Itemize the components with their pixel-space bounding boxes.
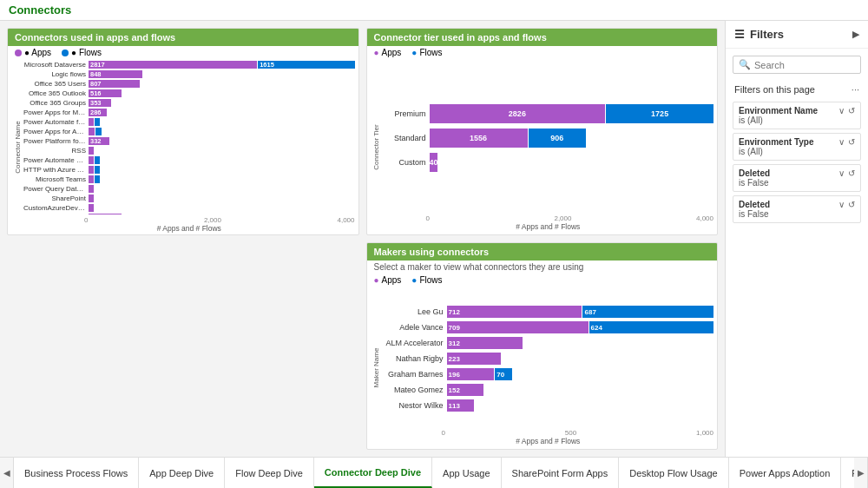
- maker-row: Mateo Gomez152: [383, 384, 714, 396]
- app-bar: [89, 166, 94, 174]
- filter-name: Environment Type: [739, 137, 814, 147]
- maker-app-bar: 712: [447, 306, 582, 318]
- connector-name-label: CustomAzureDevOps: [23, 204, 86, 212]
- maker-app-bar: 312: [447, 337, 523, 349]
- filter-name: Environment Name: [739, 106, 818, 115]
- tier-x-axis-label: # Apps and # Flows: [383, 222, 714, 231]
- connector-name-label: Office 365 Outlook: [23, 89, 86, 97]
- app-bar: 527: [89, 214, 122, 214]
- maker-row: Nestor Wilke113: [383, 399, 714, 412]
- app-bar: 332: [89, 137, 109, 145]
- tab-business-process-flows[interactable]: Business Process Flows: [14, 458, 139, 488]
- filter-clear-icon[interactable]: ↺: [848, 106, 855, 115]
- connector-bar-row: Office 365 Groups353: [23, 99, 355, 107]
- tier-app-bar: 2826: [430, 104, 606, 123]
- connector-tier-body: Connector Tier Premium28261725Standard15…: [367, 59, 718, 234]
- connectors-y-axis-label: Connector Name: [14, 121, 22, 173]
- connector-name-label: Power Apps for Makers: [23, 109, 86, 116]
- tier-flow-bar: 1725: [606, 104, 713, 123]
- filter-item[interactable]: Environment Name ∨ ↺ is (All): [733, 102, 861, 129]
- tab-app-deep-dive[interactable]: App Deep Dive: [139, 458, 225, 488]
- connector-bar-row: Microsoft Dataverse28171615: [23, 61, 355, 69]
- filter-expand-icon[interactable]: ∨: [838, 106, 845, 115]
- filters-expand-icon[interactable]: ▶: [852, 29, 859, 40]
- maker-name-label: Lee Gu: [383, 307, 444, 316]
- filter-expand-icon[interactable]: ∨: [838, 168, 845, 178]
- maker-name-label: Adele Vance: [383, 323, 444, 332]
- makers-body: Maker Name Lee Gu712687Adele Vance709624…: [367, 287, 718, 449]
- makers-y-axis-label: Maker Name: [372, 348, 380, 388]
- connector-bar-container: [89, 147, 355, 155]
- filter-item[interactable]: Deleted ∨ ↺ is False: [733, 164, 861, 192]
- maker-bar-container: 223: [447, 353, 714, 365]
- connector-name-label: Office 365 Users: [23, 80, 86, 88]
- tier-row: Standard1556906: [383, 129, 714, 148]
- connector-bar-row: Power Platform for Admins332: [23, 137, 355, 145]
- filters-more-icon[interactable]: ···: [852, 84, 859, 95]
- legend-flows: ● Flows: [62, 48, 102, 57]
- filters-panel: ☰ Filters ▶ 🔍 Filters on this page ··· E…: [725, 21, 868, 457]
- maker-row: Adele Vance709624: [383, 321, 714, 333]
- makers-chart: Makers using connectors Select a maker t…: [366, 242, 719, 450]
- main-content: Connectors used in apps and flows ● Apps…: [0, 21, 868, 457]
- flow-bar: [95, 166, 100, 174]
- connector-tier-title: Connector tier used in apps and flows: [367, 29, 718, 46]
- tab-app-usage[interactable]: App Usage: [432, 458, 501, 488]
- tier-bar-chart: Premium28261725Standard1556906Custom40: [383, 63, 714, 213]
- connector-bar-row: Power Query Dataflows: [23, 185, 355, 193]
- tier-name-label: Custom: [383, 158, 426, 167]
- filter-controls[interactable]: ∨ ↺: [838, 200, 855, 209]
- tier-name-label: Standard: [383, 134, 426, 142]
- tier-legend-flows: ● Flows: [411, 48, 442, 57]
- filter-expand-icon[interactable]: ∨: [838, 200, 845, 209]
- filter-expand-icon[interactable]: ∨: [838, 137, 845, 147]
- legend-apps: ● Apps: [15, 48, 51, 57]
- flow-bar: [95, 175, 100, 183]
- filter-controls[interactable]: ∨ ↺: [838, 106, 855, 115]
- makers-x-axis-label: # Apps and # Flows: [383, 437, 714, 445]
- app-bar: 2817: [89, 61, 257, 69]
- tab-power-apps-adoption[interactable]: Power Apps Adoption: [729, 458, 842, 488]
- filter-clear-icon[interactable]: ↺: [848, 200, 855, 209]
- search-icon: 🔍: [739, 59, 751, 70]
- page-title: Connectors: [9, 3, 71, 16]
- maker-app-bar: 223: [447, 353, 501, 365]
- filter-item[interactable]: Environment Type ∨ ↺ is (All): [733, 133, 861, 161]
- app-bar: [89, 128, 95, 135]
- connector-name-label: Power Automate Manage...: [23, 156, 86, 164]
- filter-item-header: Environment Type ∨ ↺: [739, 137, 855, 147]
- tab-prev-button[interactable]: ◀: [0, 458, 14, 488]
- tier-apps-label: Apps: [382, 48, 402, 57]
- makers-title: Makers using connectors: [367, 243, 718, 260]
- filter-controls[interactable]: ∨ ↺: [838, 168, 855, 178]
- connectors-used-body: Connector Name Microsoft Dataverse281716…: [8, 59, 358, 234]
- filter-value: is False: [739, 178, 855, 188]
- app-bar: 516: [89, 89, 122, 97]
- connector-bar-row: SharePoint: [23, 195, 355, 202]
- connector-bar-container: [89, 195, 355, 202]
- tier-bar-container: 28261725: [430, 104, 714, 123]
- filter-value: is (All): [739, 147, 855, 156]
- tab-power[interactable]: Power: [841, 458, 854, 488]
- connector-bar-container: 516: [89, 89, 355, 97]
- apps-dot: [15, 49, 22, 56]
- filter-name: Deleted: [739, 200, 770, 209]
- filter-item[interactable]: Deleted ∨ ↺ is False: [733, 195, 861, 223]
- connector-name-label: Logic flows: [23, 70, 86, 78]
- tab-desktop-flow-usage[interactable]: Desktop Flow Usage: [619, 458, 729, 488]
- filters-title: ☰ Filters: [734, 28, 784, 41]
- tab-connector-deep-dive[interactable]: Connector Deep Dive: [314, 458, 432, 488]
- tab-next-button[interactable]: ▶: [854, 458, 868, 488]
- tier-row: Premium28261725: [383, 104, 714, 123]
- tabs-container: Business Process FlowsApp Deep DiveFlow …: [14, 458, 854, 488]
- search-box[interactable]: 🔍: [733, 56, 861, 74]
- tab-sharepoint-form-apps[interactable]: SharePoint Form Apps: [502, 458, 620, 488]
- connectors-x-axis-label: 02,0004,000 # Apps and # Flows: [23, 216, 355, 233]
- filter-clear-icon[interactable]: ↺: [848, 137, 855, 147]
- tab-flow-deep-dive[interactable]: Flow Deep Dive: [225, 458, 314, 488]
- connector-bar-container: [89, 128, 355, 135]
- filter-clear-icon[interactable]: ↺: [848, 168, 855, 178]
- search-input[interactable]: [754, 60, 855, 70]
- filter-controls[interactable]: ∨ ↺: [838, 137, 855, 147]
- makers-bar-chart: Lee Gu712687Adele Vance709624ALM Acceler…: [383, 290, 714, 427]
